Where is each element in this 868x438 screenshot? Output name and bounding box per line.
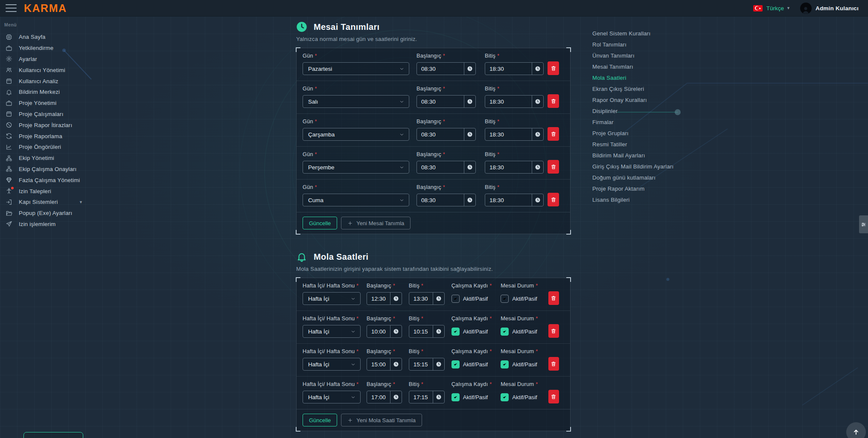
hamburger-menu-icon[interactable] (6, 4, 17, 12)
user-avatar[interactable] (800, 3, 812, 14)
shift-status-checkbox[interactable] (501, 328, 509, 336)
work-record-checkbox[interactable] (451, 328, 460, 336)
time-picker-button[interactable] (433, 391, 444, 403)
end-time-input[interactable]: 10:15 (409, 325, 445, 338)
delete-row-button[interactable] (548, 127, 559, 141)
delete-row-button[interactable] (548, 94, 559, 108)
delete-row-button[interactable] (548, 61, 559, 75)
shift-status-checkbox[interactable] (501, 295, 509, 303)
time-picker-button[interactable] (532, 63, 543, 75)
settings-nav-item-12[interactable]: Giriş Çıkış Mail Bildirim Ayarları (592, 163, 674, 170)
delete-row-button[interactable] (548, 357, 559, 371)
mesai-update-button[interactable]: Güncelle (303, 217, 337, 229)
time-picker-button[interactable] (464, 96, 475, 107)
time-picker-button[interactable] (464, 161, 475, 173)
mola-new-button[interactable]: Yeni Mola Saati Tanımla (341, 414, 422, 426)
day-select[interactable]: Çarşamba (303, 128, 409, 141)
settings-nav-item-10[interactable]: Resmi Tatiller (592, 141, 674, 148)
sidebar-item-11[interactable]: Ekip Yönetimi (0, 153, 99, 164)
settings-nav-item-0[interactable]: Genel Sistem Kuralları (592, 30, 674, 37)
work-record-checkbox[interactable] (451, 295, 460, 303)
start-time-input[interactable]: 17:00 (367, 391, 402, 403)
sidebar-item-5[interactable]: Bildirim Merkezi (0, 87, 99, 98)
weekday-type-select[interactable]: Hafta İçi (303, 325, 361, 338)
day-select[interactable]: Cuma (303, 194, 409, 206)
settings-nav-item-7[interactable]: Disiplinler (592, 107, 674, 115)
settings-nav-item-11[interactable]: Bildirim Mail Ayarları (592, 152, 674, 159)
time-picker-button[interactable] (390, 391, 402, 403)
delete-row-button[interactable] (548, 390, 559, 403)
time-picker-button[interactable] (532, 96, 543, 107)
shift-status-checkbox[interactable] (501, 393, 509, 401)
sidebar-item-15[interactable]: Kapı Sistemleri ▼ (0, 197, 99, 208)
settings-nav-item-2[interactable]: Ünvan Tanımları (592, 52, 674, 59)
sidebar-item-9[interactable]: Proje Raporlama (0, 131, 99, 142)
end-time-input[interactable]: 18:30 (485, 194, 544, 206)
delete-row-button[interactable] (548, 160, 559, 174)
settings-nav-item-1[interactable]: Rol Tanımları (592, 41, 674, 48)
weekday-type-select[interactable]: Hafta İçi (303, 358, 361, 371)
sidebar-item-0[interactable]: Ana Sayfa (0, 32, 99, 43)
mesai-new-button[interactable]: Yeni Mesai Tanımla (341, 217, 411, 229)
sidebar-item-1[interactable]: Yetkilendirme (0, 43, 99, 54)
sidebar-item-17[interactable]: Izin işlemlerim (0, 219, 99, 230)
weekday-type-select[interactable]: Hafta İçi (303, 292, 361, 305)
end-time-input[interactable]: 18:30 (485, 95, 544, 108)
sidebar-item-7[interactable]: Proje Çalışmaları (0, 109, 99, 120)
start-time-input[interactable]: 08:30 (417, 194, 476, 206)
settings-nav-item-4[interactable]: Mola Saatleri (592, 74, 674, 81)
help-button[interactable]: Yardım (23, 432, 83, 438)
day-select[interactable]: Perşembe (303, 161, 409, 174)
time-picker-button[interactable] (433, 293, 444, 305)
sidebar-item-3[interactable]: Kullanıcı Yönetimi (0, 64, 99, 75)
work-record-checkbox[interactable] (451, 393, 460, 401)
time-picker-button[interactable] (390, 293, 402, 305)
settings-nav-item-15[interactable]: Lisans Bilgileri (592, 196, 674, 203)
settings-nav-item-8[interactable]: Firmalar (592, 119, 674, 126)
start-time-input[interactable]: 08:30 (417, 161, 476, 174)
settings-nav-item-9[interactable]: Proje Grupları (592, 130, 674, 137)
delete-row-button[interactable] (548, 324, 559, 338)
sidebar-item-13[interactable]: Fazla Çalışma Yönetimi (0, 174, 99, 186)
work-record-checkbox[interactable] (451, 360, 460, 368)
sidebar-item-2[interactable]: Ayarlar (0, 54, 99, 65)
sidebar-item-10[interactable]: Proje Öngörüleri (0, 142, 99, 153)
end-time-input[interactable]: 18:30 (485, 62, 544, 75)
settings-nav-item-5[interactable]: Ekran Çıkış Süreleri (592, 85, 674, 93)
time-picker-button[interactable] (532, 128, 543, 140)
time-picker-button[interactable] (464, 128, 475, 140)
start-time-input[interactable]: 08:30 (417, 95, 476, 108)
mola-update-button[interactable]: Güncelle (303, 414, 337, 426)
time-picker-button[interactable] (433, 358, 444, 370)
end-time-input[interactable]: 18:30 (485, 128, 544, 141)
sidebar-item-4[interactable]: Kullanıcı Analiz (0, 75, 99, 87)
end-time-input[interactable]: 17:15 (409, 391, 445, 403)
weekday-type-select[interactable]: Hafta İçi (303, 391, 361, 403)
settings-nav-item-3[interactable]: Mesai Tanımları (592, 63, 674, 70)
end-time-input[interactable]: 18:30 (485, 161, 544, 174)
end-time-input[interactable]: 15:15 (409, 358, 445, 371)
start-time-input[interactable]: 15:00 (367, 358, 402, 371)
day-select[interactable]: Salı (303, 95, 409, 108)
end-time-input[interactable]: 13:30 (409, 292, 445, 305)
time-picker-button[interactable] (433, 325, 444, 337)
time-picker-button[interactable] (532, 161, 543, 173)
time-picker-button[interactable] (532, 194, 543, 206)
day-select[interactable]: Pazartesi (303, 62, 409, 75)
shift-status-checkbox[interactable] (501, 360, 509, 368)
start-time-input[interactable]: 10:00 (367, 325, 402, 338)
settings-nav-item-6[interactable]: Rapor Onay Kuralları (592, 96, 674, 104)
sidebar-item-6[interactable]: Proje Yönetimi (0, 98, 99, 109)
sidebar-item-12[interactable]: Ekip Çalışma Onayları (0, 164, 99, 175)
time-picker-button[interactable] (390, 325, 402, 337)
start-time-input[interactable]: 08:30 (417, 128, 476, 141)
start-time-input[interactable]: 08:30 (417, 62, 476, 75)
settings-panel-toggle[interactable] (859, 215, 868, 233)
start-time-input[interactable]: 12:30 (367, 292, 402, 305)
sidebar-item-8[interactable]: Proje Rapor İtirazları (0, 119, 99, 131)
settings-nav-item-13[interactable]: Doğum günü kutlamaları (592, 174, 674, 181)
delete-row-button[interactable] (548, 291, 559, 305)
sidebar-item-16[interactable]: Popup (Exe) Ayarları (0, 208, 99, 219)
language-selector[interactable]: Türkçe (766, 5, 784, 12)
delete-row-button[interactable] (548, 193, 559, 206)
